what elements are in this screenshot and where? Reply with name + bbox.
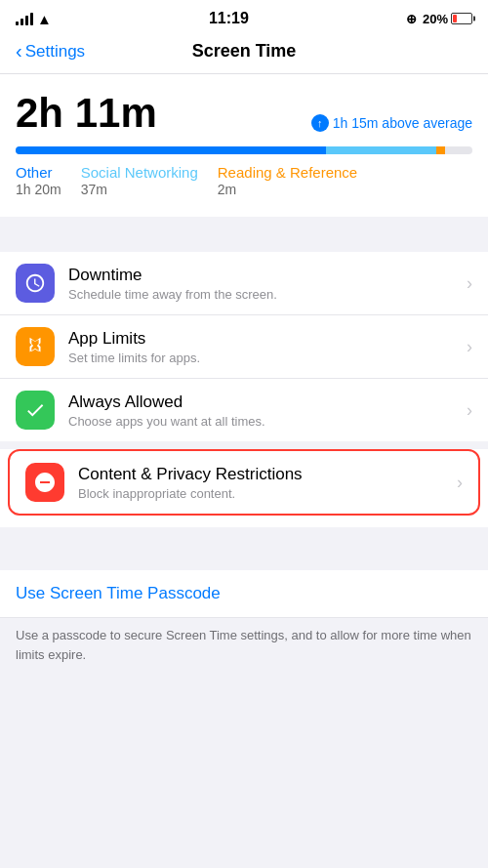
content-privacy-highlighted: Content & Privacy Restrictions Block ina… [8, 449, 480, 516]
downtime-title: Downtime [68, 266, 453, 285]
category-other: Other 1h 20m [16, 164, 61, 197]
nav-bar: ‹ Settings Screen Time [0, 33, 488, 74]
passcode-link[interactable]: Use Screen Time Passcode [16, 584, 221, 602]
section-gap-2 [0, 527, 488, 562]
screen-record-icon: ⊕ [406, 12, 417, 26]
always-allowed-subtitle: Choose apps you want at all times. [68, 414, 453, 429]
category-other-label: Other [16, 164, 61, 181]
content-privacy-text: Content & Privacy Restrictions Block ina… [78, 465, 443, 501]
passcode-link-container[interactable]: Use Screen Time Passcode [0, 570, 488, 618]
content-privacy-chevron-icon: › [457, 473, 463, 493]
status-right: ⊕ 20% [406, 12, 472, 26]
settings-list: Downtime Schedule time away from the scr… [0, 252, 488, 441]
categories: Other 1h 20m Social Networking 37m Readi… [16, 164, 472, 197]
screen-time-header: 2h 11m ↑ 1h 15m above average [16, 90, 472, 137]
back-label: Settings [25, 42, 85, 62]
downtime-icon [16, 264, 55, 303]
average-arrow-icon: ↑ [311, 114, 329, 132]
content-privacy-subtitle: Block inappropriate content. [78, 486, 443, 501]
section-gap [0, 217, 488, 252]
average-label: 1h 15m above average [333, 115, 472, 131]
content-privacy-item[interactable]: Content & Privacy Restrictions Block ina… [10, 451, 478, 514]
screen-time-card: 2h 11m ↑ 1h 15m above average Other 1h 2… [0, 74, 488, 217]
bar-reading [436, 146, 445, 154]
category-reading-time: 2m [218, 182, 357, 197]
battery: 20% [423, 12, 472, 26]
usage-progress-bar [16, 146, 472, 154]
app-limits-icon [16, 327, 55, 366]
always-allowed-icon [16, 391, 55, 430]
category-other-time: 1h 20m [16, 182, 61, 197]
bar-social [326, 146, 435, 154]
status-time: 11:19 [209, 10, 249, 27]
page-title: Screen Time [192, 41, 297, 62]
screen-time-average: ↑ 1h 15m above average [311, 114, 472, 132]
battery-percent: 20% [423, 12, 448, 26]
status-bar: ▲ 11:19 ⊕ 20% [0, 0, 488, 33]
downtime-chevron-icon: › [467, 273, 472, 294]
battery-icon [451, 13, 472, 24]
content-privacy-icon [25, 463, 64, 502]
battery-fill [453, 15, 457, 22]
downtime-text: Downtime Schedule time away from the scr… [68, 266, 453, 302]
category-reading-label: Reading & Reference [218, 164, 357, 181]
back-button[interactable]: ‹ Settings [16, 40, 85, 62]
downtime-item[interactable]: Downtime Schedule time away from the scr… [0, 252, 488, 315]
bar-other [16, 146, 326, 154]
category-social-label: Social Networking [81, 164, 198, 181]
category-social: Social Networking 37m [81, 164, 198, 197]
always-allowed-chevron-icon: › [467, 400, 472, 421]
passcode-description: Use a passcode to secure Screen Time set… [0, 618, 488, 680]
passcode-section: Use Screen Time Passcode Use a passcode … [0, 570, 488, 680]
signal-icon [16, 12, 33, 25]
app-limits-chevron-icon: › [467, 337, 472, 357]
always-allowed-item[interactable]: Always Allowed Choose apps you want at a… [0, 379, 488, 441]
app-limits-subtitle: Set time limits for apps. [68, 351, 453, 365]
category-social-time: 37m [81, 182, 198, 197]
content-privacy-wrapper: Content & Privacy Restrictions Block ina… [0, 449, 488, 527]
screen-time-total: 2h 11m [16, 90, 157, 137]
back-chevron-icon: ‹ [16, 40, 22, 62]
content-privacy-title: Content & Privacy Restrictions [78, 465, 443, 484]
passcode-description-text: Use a passcode to secure Screen Time set… [16, 628, 471, 662]
always-allowed-text: Always Allowed Choose apps you want at a… [68, 393, 453, 429]
downtime-subtitle: Schedule time away from the screen. [68, 287, 453, 302]
app-limits-title: App Limits [68, 329, 453, 349]
always-allowed-title: Always Allowed [68, 393, 453, 412]
category-reading: Reading & Reference 2m [218, 164, 357, 197]
wifi-icon: ▲ [37, 11, 52, 27]
app-limits-text: App Limits Set time limits for apps. [68, 329, 453, 365]
app-limits-item[interactable]: App Limits Set time limits for apps. › [0, 315, 488, 379]
status-left: ▲ [16, 11, 52, 27]
